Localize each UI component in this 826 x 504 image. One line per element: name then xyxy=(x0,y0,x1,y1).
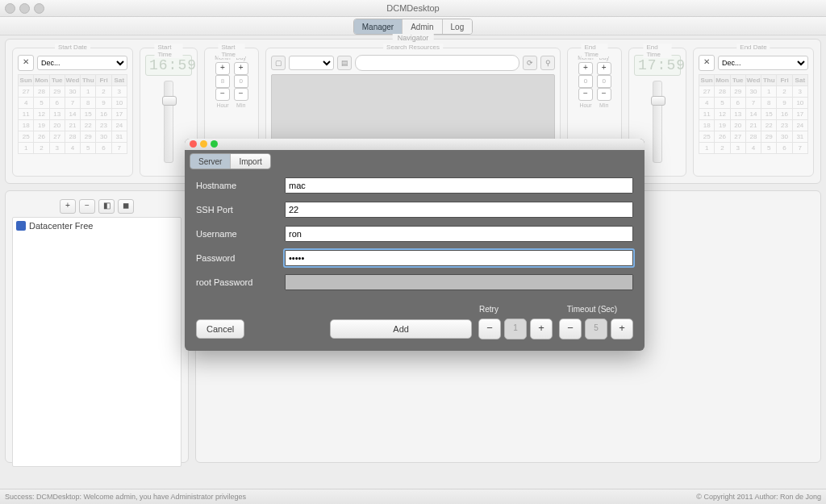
resource-filter-icon[interactable]: ▤ xyxy=(337,56,352,70)
tree-item-datacenter[interactable]: Datacenter Free xyxy=(16,221,177,231)
start-day-plus[interactable]: + xyxy=(234,62,248,75)
rootpassword-label: root Password xyxy=(196,277,285,287)
dialog-tab-server[interactable]: Server xyxy=(190,154,231,169)
cancel-button[interactable]: Cancel xyxy=(196,319,244,339)
start-date-clear-button[interactable]: ✕ xyxy=(18,55,34,71)
sshport-label: SSH Port xyxy=(196,205,285,215)
end-date-calendar[interactable]: SunMonTueWedThuFriSat2728293012345678910… xyxy=(699,74,808,154)
dialog-zoom-icon[interactable] xyxy=(211,140,218,148)
tab-log[interactable]: Log xyxy=(443,19,473,34)
tree-item-label: Datacenter Free xyxy=(29,221,93,231)
tree-body: Datacenter Free xyxy=(12,217,181,467)
tree-view2-button[interactable]: ◼ xyxy=(118,199,134,214)
sshport-input[interactable] xyxy=(285,202,633,218)
navigator-title: Navigator xyxy=(393,34,434,42)
minimize-window-icon[interactable] xyxy=(19,3,30,14)
end-day-plus[interactable]: + xyxy=(597,62,611,75)
add-server-dialog: Server Import Hostname SSH Port Username… xyxy=(185,139,645,351)
start-day-minus[interactable]: − xyxy=(234,88,248,101)
datacenter-icon xyxy=(16,221,26,231)
end-day-minus[interactable]: − xyxy=(597,88,611,101)
timeout-minus[interactable]: − xyxy=(559,319,582,339)
end-month-value: 0 xyxy=(578,75,593,88)
end-month-minus[interactable]: − xyxy=(578,88,593,101)
dialog-tab-import[interactable]: Import xyxy=(231,154,269,169)
retry-header: Retry xyxy=(453,305,525,314)
end-day-value: 0 xyxy=(597,75,611,88)
traffic-lights xyxy=(5,3,44,14)
username-input[interactable] xyxy=(285,226,633,242)
end-date-panel: End Date ✕ Dec... SunMonTueWedThuFriSat2… xyxy=(693,48,814,177)
tree-view1-button[interactable]: ◧ xyxy=(98,199,115,214)
start-month-plus[interactable]: + xyxy=(215,62,230,75)
main-tab-bar: Manager Admin Log xyxy=(0,17,826,35)
username-label: Username xyxy=(196,229,285,239)
timeout-header: Timeout (Sec) xyxy=(556,305,628,314)
start-date-calendar[interactable]: SunMonTueWedThuFriSat2728293012345678910… xyxy=(18,74,127,154)
start-time-stepper-title: Start Time xyxy=(219,44,245,58)
end-date-clear-button[interactable]: ✕ xyxy=(699,55,715,71)
start-month-minus[interactable]: − xyxy=(215,88,230,101)
status-bar: Success: DCMDesktop: Welcome admin, you … xyxy=(0,489,826,504)
min-label: Min xyxy=(236,102,245,108)
end-date-month-select[interactable]: Dec... xyxy=(718,56,808,70)
search-input[interactable] xyxy=(355,55,519,71)
tree-panel: + − ◧ ◼ Datacenter Free xyxy=(5,190,189,463)
timeout-value: 5 xyxy=(585,319,607,339)
start-time-slider[interactable] xyxy=(164,81,173,163)
add-button[interactable]: Add xyxy=(330,319,472,339)
dialog-close-icon[interactable] xyxy=(190,140,197,148)
end-month-plus[interactable]: + xyxy=(578,62,593,75)
retry-value: 1 xyxy=(504,319,527,339)
window-titlebar: DCMDesktop xyxy=(0,0,826,17)
password-label: Password xyxy=(196,253,285,263)
window-title: DCMDesktop xyxy=(386,3,439,13)
hostname-input[interactable] xyxy=(285,177,633,194)
hour-label: Hour xyxy=(216,102,228,108)
start-date-title: Start Date xyxy=(55,44,90,51)
timeout-plus[interactable]: + xyxy=(611,319,633,339)
retry-minus[interactable]: − xyxy=(478,319,501,339)
tab-admin[interactable]: Admin xyxy=(403,19,442,34)
start-date-month-select[interactable]: Dec... xyxy=(37,56,127,70)
resource-type-icon[interactable]: ▢ xyxy=(271,56,286,70)
start-date-panel: Start Date ✕ Dec... SunMonTueWedThuFriSa… xyxy=(12,48,133,177)
dialog-minimize-icon[interactable] xyxy=(200,140,207,148)
hostname-label: Hostname xyxy=(196,181,285,190)
resource-type-select[interactable] xyxy=(289,56,334,70)
close-window-icon[interactable] xyxy=(5,3,15,14)
status-text: Success: DCMDesktop: Welcome admin, you … xyxy=(5,493,246,501)
search-resources-title: Search Resources xyxy=(383,44,443,51)
tree-add-button[interactable]: + xyxy=(60,199,76,214)
search-go-icon[interactable]: ⟳ xyxy=(523,56,537,70)
retry-plus[interactable]: + xyxy=(530,319,553,339)
tree-remove-button[interactable]: − xyxy=(79,199,95,214)
zoom-window-icon[interactable] xyxy=(34,3,44,14)
password-input[interactable] xyxy=(285,250,633,266)
end-time-slider[interactable] xyxy=(653,81,662,163)
tab-manager[interactable]: Manager xyxy=(354,19,403,34)
rootpassword-input[interactable] xyxy=(285,274,633,290)
start-day-value: 0 xyxy=(234,75,248,88)
end-time-stepper-title: End Time xyxy=(582,44,608,58)
dialog-titlebar xyxy=(185,139,645,150)
start-time-clock-title: Start Time xyxy=(155,44,183,58)
copyright-text: © Copyright 2011 Author: Ron de Jong xyxy=(696,493,821,501)
start-month-value: 8 xyxy=(215,75,230,88)
search-tool-icon[interactable]: ⚲ xyxy=(540,56,555,70)
